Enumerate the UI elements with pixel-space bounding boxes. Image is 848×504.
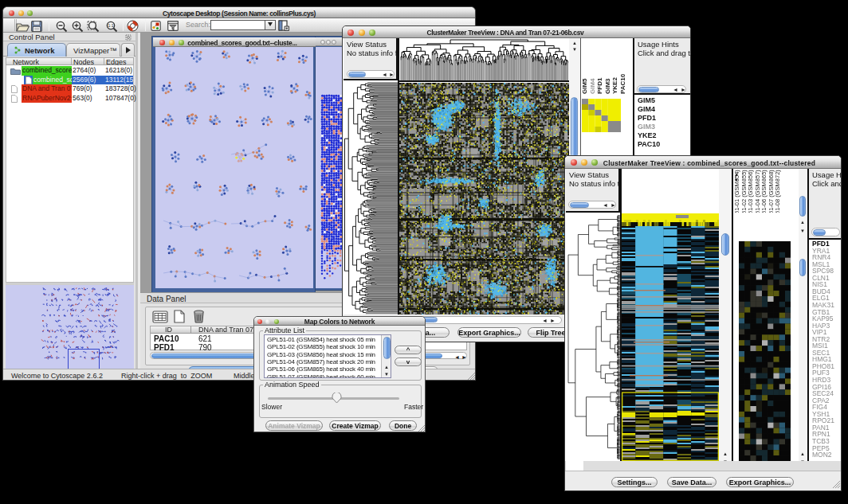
svg-text:1:1: 1:1: [108, 23, 114, 28]
